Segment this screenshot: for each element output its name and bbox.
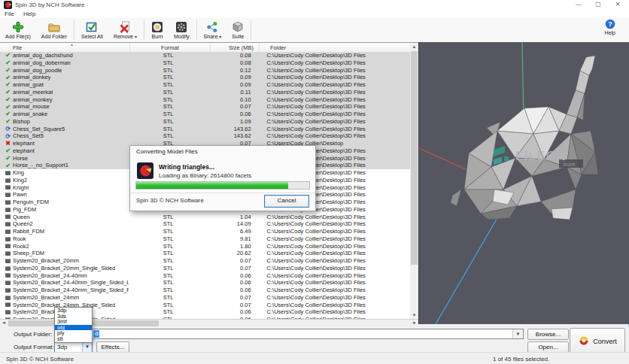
size-cell: 0.09: [208, 81, 256, 89]
table-row[interactable]: System20_Bracket_20mm_Single_SidedSTL0.0…: [0, 265, 410, 272]
toolbar-button-add-folder[interactable]: Add Folder: [36, 19, 72, 41]
scroll-down-icon[interactable]: ▼: [410, 311, 418, 319]
help-button[interactable]: ? Help: [605, 19, 615, 35]
file-cell: King2: [0, 177, 129, 184]
table-row[interactable]: ✔animal_dog_poodleSTL0.12C:\Users\Cody C…: [0, 67, 410, 74]
column-header-folder[interactable]: Folder: [260, 43, 410, 52]
table-row[interactable]: System20_Bracket_24mmSTL0.07C:\Users\Cod…: [0, 294, 410, 302]
table-row[interactable]: QueenSTL1.04C:\Users\Cody Collier\Deskto…: [0, 214, 410, 221]
file-cell: ✔animal_donkey: [0, 74, 129, 81]
table-row[interactable]: RookSTL9.81C:\Users\Cody Collier\Desktop…: [0, 235, 410, 243]
open-button[interactable]: Open...: [527, 341, 569, 353]
check-icon: ✔: [5, 89, 11, 96]
size-cell: 0.06: [208, 272, 256, 280]
column-header-size[interactable]: Size (MB): [211, 43, 260, 52]
file-cell: Sheep_FDM: [0, 250, 129, 257]
file-name: animal_donkey: [13, 74, 50, 81]
3d-preview-viewport[interactable]: FILECR .com: [418, 42, 629, 324]
pending-icon: [5, 273, 11, 278]
file-name: Pawn: [13, 191, 27, 199]
format-option-stl[interactable]: stl: [55, 336, 92, 342]
file-cell: System20_Bracket_24-40mm_Single_Sided_Ri…: [0, 287, 129, 294]
toolbar-button-add-file-s[interactable]: Add File(s): [0, 19, 36, 41]
table-row[interactable]: System20_Bracket_24-40mmSTL0.06C:\Users\…: [0, 272, 410, 280]
column-header-format[interactable]: Format: [130, 43, 211, 52]
table-row[interactable]: ✔animal_meerkatSTL0.11C:\Users\Cody Coll…: [0, 89, 410, 96]
file-cell: Knight: [0, 184, 129, 192]
file-cell: ✔animal_goat: [0, 81, 129, 89]
table-row[interactable]: ✔animal_goatSTL0.09C:\Users\Cody Collier…: [0, 81, 410, 89]
format-dropdown-icon[interactable]: ▼: [82, 342, 92, 352]
toolbar-button-burn[interactable]: Burn: [146, 19, 169, 41]
table-row[interactable]: ✔animal_donkeySTL0.09C:\Users\Cody Colli…: [0, 74, 410, 81]
toolbar-button-modify[interactable]: Modify: [169, 19, 195, 41]
file-name: Queen: [13, 214, 30, 221]
file-name: Knight: [13, 184, 29, 192]
cancel-button[interactable]: Cancel: [264, 195, 309, 208]
toolbar-button-share[interactable]: Share▾: [199, 19, 227, 41]
file-name: System20_Bracket_24-40mm_Single_Sided_Ri…: [13, 287, 129, 294]
toolbar-button-select-all[interactable]: Select All: [76, 19, 108, 41]
chevron-down-icon[interactable]: ▾: [135, 35, 137, 39]
vertical-scrollbar[interactable]: ▲ ▼: [410, 42, 418, 319]
folder-dropdown-icon[interactable]: ▼: [512, 329, 523, 338]
table-row[interactable]: ✔BishopSTL1.09C:\Users\Cody Collier\Desk…: [0, 118, 410, 126]
folder-cell: C:\Users\Cody Collier\Desktop\3D Files: [257, 308, 410, 316]
format-cell: STL: [129, 118, 208, 126]
chevron-down-icon[interactable]: ▾: [219, 35, 221, 39]
add-folder-icon: [48, 21, 60, 34]
table-row[interactable]: ✔animal_dog_dobermanSTL0.08C:\Users\Cody…: [0, 59, 410, 67]
table-row[interactable]: ✔animal_mouseSTL0.07C:\Users\Cody Collie…: [0, 103, 410, 111]
toolbar-button-label: Modify: [174, 34, 190, 39]
modify-icon: [175, 21, 187, 34]
toolbar-button-suite[interactable]: Suite: [226, 19, 249, 41]
size-cell: 6.49: [208, 228, 256, 235]
size-cell: 0.06: [208, 308, 256, 316]
pending-icon: [5, 251, 11, 256]
toolbar-button-remove[interactable]: Remove▾: [108, 19, 142, 41]
table-row[interactable]: ⟳Chess_Set_Square5STL143.62C:\Users\Cody…: [0, 126, 410, 133]
toolbar-button-label: Burn: [152, 34, 163, 39]
menu-help[interactable]: Help: [19, 11, 40, 17]
file-cell: ⟳Chess_Set5: [0, 132, 129, 140]
progress-bar: [135, 181, 310, 190]
error-icon: ✖: [5, 140, 11, 147]
file-cell: ✔elephant: [0, 147, 129, 155]
menu-file[interactable]: File: [0, 11, 19, 17]
folder-cell: C:\Users\Cody Collier\Desktop\3D Files: [257, 279, 410, 287]
convert-button[interactable]: Convert: [570, 328, 625, 355]
output-folder-input[interactable]: d ▼: [54, 329, 524, 339]
vertical-scroll-thumb[interactable]: [411, 51, 418, 265]
table-row[interactable]: ✔animal_snakeSTL0.06C:\Users\Cody Collie…: [0, 111, 410, 118]
output-format-combobox[interactable]: 3dp ▼: [54, 341, 93, 353]
file-name: System20_Bracket_20mm: [13, 257, 79, 265]
maximize-button[interactable]: ▢: [588, 0, 608, 9]
check-icon: ✔: [5, 96, 11, 103]
folder-cell: C:\Users\Cody Collier\Desktop\3D Files: [257, 132, 410, 140]
minimize-button[interactable]: —: [569, 0, 588, 9]
browse-button[interactable]: Browse...: [527, 329, 569, 340]
scroll-up-icon[interactable]: ▲: [410, 43, 418, 50]
output-format-dropdown-list[interactable]: 3dp3ds3mfobjplystl: [54, 307, 93, 343]
table-row[interactable]: Rook2STL1.80C:\Users\Cody Collier\Deskto…: [0, 243, 410, 250]
table-row[interactable]: System20_Bracket_24-40mm_Single_Sided_Le…: [0, 279, 410, 287]
dialog-status-detail: Loading as Binary: 2614800 facets: [159, 172, 251, 179]
close-button[interactable]: ✕: [608, 0, 627, 9]
table-row[interactable]: ⟳Chess_Set5STL143.62C:\Users\Cody Collie…: [0, 132, 410, 140]
column-header-file[interactable]: File: [0, 43, 130, 52]
table-row[interactable]: ✔animal_dog_dachshundSTL0.08C:\Users\Cod…: [0, 52, 410, 59]
pending-icon: [5, 266, 11, 271]
table-row[interactable]: System20_Bracket_24-40mm_Single_Sided_Ri…: [0, 287, 410, 294]
size-cell: 0.09: [208, 74, 256, 81]
table-row[interactable]: Queen2STL14.09C:\Users\Cody Collier\Desk…: [0, 220, 410, 228]
table-row[interactable]: Sheep_FDMSTL20.62C:\Users\Cody Collier\D…: [0, 250, 410, 257]
table-row[interactable]: System20_Bracket_20mmSTL0.07C:\Users\Cod…: [0, 257, 410, 265]
table-row[interactable]: ✔animal_monkeySTL0.10C:\Users\Cody Colli…: [0, 96, 410, 104]
file-cell: ⟳Chess_Set_Square5: [0, 126, 129, 133]
folder-cell: C:\Users\Cody Collier\Desktop\3D Files: [257, 214, 410, 221]
folder-cell: C:\Users\Cody Collier\Desktop\3D Files: [257, 287, 410, 294]
file-name: elephant: [13, 147, 35, 155]
effects-button[interactable]: Effects...: [96, 341, 129, 353]
table-row[interactable]: Rabbit_FDMSTL6.49C:\Users\Cody Collier\D…: [0, 228, 410, 235]
toolbar-separator: [251, 20, 251, 40]
